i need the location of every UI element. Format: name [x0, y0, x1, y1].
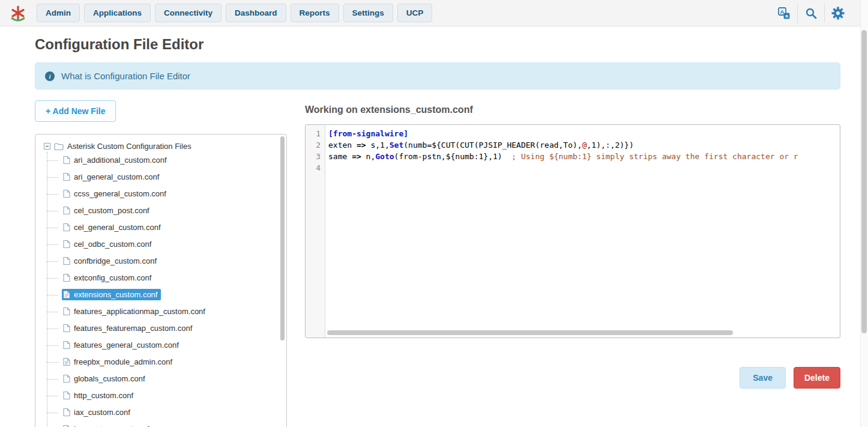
- tree-scrollbar[interactable]: [280, 136, 285, 341]
- tree-file-freepbx_module_admin.conf[interactable]: freepbx_module_admin.conf: [62, 356, 176, 368]
- tree-item: features_featuremap_custom.conf: [62, 320, 278, 337]
- file-icon: [63, 240, 70, 249]
- file-text-icon: [63, 290, 70, 299]
- line-number: 2: [306, 139, 325, 151]
- file-icon: [63, 172, 70, 181]
- file-name: extensions_custom.conf: [74, 290, 157, 299]
- tree-file-ari_additional_custom.conf[interactable]: ari_additional_custom.conf: [62, 154, 170, 166]
- collapse-toggle-icon[interactable]: [44, 143, 50, 150]
- page-scrollbar[interactable]: [860, 0, 868, 427]
- top-navbar: AdminApplicationsConnectivityDashboardRe…: [0, 0, 868, 26]
- file-icon: [63, 223, 70, 232]
- file-name: features_featuremap_custom.conf: [74, 324, 192, 333]
- line-content: [325, 162, 328, 174]
- info-banner[interactable]: i What is Configuration File Editor: [35, 62, 840, 89]
- file-icon: [63, 273, 70, 282]
- tree-file-cel_odbc_custom.conf[interactable]: cel_odbc_custom.conf: [62, 238, 155, 250]
- tree-file-iax_custom.conf[interactable]: iax_custom.conf: [62, 407, 134, 418]
- tree-item: extensions_custom.conf: [62, 286, 278, 303]
- tree-item: ari_general_custom.conf: [62, 169, 278, 186]
- tree-file-ari_general_custom.conf[interactable]: ari_general_custom.conf: [62, 171, 163, 183]
- file-name: cel_custom_post.conf: [74, 206, 149, 215]
- tree-item: iax_custom_post.conf: [62, 421, 278, 427]
- tree-root-folder[interactable]: Asterisk Custom Configuration Files: [44, 141, 278, 152]
- file-name: http_custom.conf: [74, 391, 133, 400]
- add-new-file-button[interactable]: + Add New File: [35, 100, 116, 122]
- line-number: 4: [306, 162, 325, 174]
- freepbx-logo[interactable]: [7, 2, 29, 24]
- nav-item-applications[interactable]: Applications: [84, 4, 151, 22]
- line-number: 3: [306, 151, 325, 162]
- tree-file-http_custom.conf[interactable]: http_custom.conf: [62, 390, 137, 401]
- file-icon: [63, 156, 70, 165]
- navbar-right-icons: A a: [771, 4, 851, 23]
- delete-button[interactable]: Delete: [794, 367, 840, 389]
- folder-icon: [54, 142, 64, 151]
- file-tree-column: + Add New File: [35, 100, 287, 427]
- file-name: features_general_custom.conf: [74, 341, 179, 350]
- file-icon: [63, 408, 70, 417]
- code-line: 1[from-signalwire]: [306, 128, 840, 139]
- nav-item-dashboard[interactable]: Dashboard: [226, 4, 286, 22]
- nav-item-connectivity[interactable]: Connectivity: [155, 4, 222, 22]
- tree-file-confbridge_custom.conf[interactable]: confbridge_custom.conf: [62, 255, 160, 267]
- tree-file-iax_custom_post.conf[interactable]: iax_custom_post.conf: [62, 423, 153, 427]
- line-number: 1: [306, 128, 325, 139]
- tree-item: features_applicationmap_custom.conf: [62, 303, 278, 320]
- page-scrollbar-thumb[interactable]: [861, 30, 867, 333]
- file-name: extconfig_custom.conf: [74, 273, 151, 282]
- code-lines: 1[from-signalwire]2exten => s,1,Set(numb…: [306, 125, 840, 174]
- editor-horizontal-scrollbar[interactable]: [327, 330, 733, 335]
- file-tree-panel: Asterisk Custom Configuration Files ari_…: [35, 134, 287, 427]
- editor-column: Working on extensions_custom.conf 1[from…: [305, 100, 840, 389]
- search-icon[interactable]: [797, 4, 824, 23]
- code-line: 2exten => s,1,Set(numb=${CUT(CUT(PJSIP_H…: [306, 139, 840, 151]
- freepbx-logo-icon: [9, 4, 27, 22]
- main-columns: + Add New File: [35, 100, 840, 427]
- page-content: Configuration File Editor i What is Conf…: [0, 26, 868, 427]
- info-banner-text: What is Configuration File Editor: [61, 71, 190, 81]
- file-icon: [63, 307, 70, 316]
- tree-file-features_featuremap_custom.conf[interactable]: features_featuremap_custom.conf: [62, 323, 196, 334]
- file-name: ari_additional_custom.conf: [74, 156, 167, 165]
- tree-file-cel_custom_post.conf[interactable]: cel_custom_post.conf: [62, 205, 153, 216]
- tree-file-ccss_general_custom.conf[interactable]: ccss_general_custom.conf: [62, 188, 170, 199]
- code-editor[interactable]: 1[from-signalwire]2exten => s,1,Set(numb…: [305, 124, 840, 338]
- line-content: exten => s,1,Set(numb=${CUT(CUT(PJSIP_HE…: [325, 139, 634, 151]
- file-icon: [63, 374, 70, 383]
- line-content: same => n,Goto(from-pstn,${numb:1},1) ; …: [325, 151, 798, 162]
- nav-item-ucp[interactable]: UCP: [397, 4, 433, 22]
- tree-item: http_custom.conf: [62, 387, 278, 404]
- tree-item: cel_general_custom.conf: [62, 219, 278, 236]
- file-name: freepbx_module_admin.conf: [74, 357, 172, 366]
- file-name: iax_custom.conf: [74, 408, 130, 417]
- file-name: ccss_general_custom.conf: [74, 189, 166, 198]
- tree-root-label: Asterisk Custom Configuration Files: [67, 142, 191, 151]
- file-name: globals_custom.conf: [74, 374, 145, 383]
- tree-item: features_general_custom.conf: [62, 337, 278, 354]
- gear-icon[interactable]: [824, 4, 851, 23]
- tree-file-extconfig_custom.conf[interactable]: extconfig_custom.conf: [62, 272, 155, 283]
- file-icon: [63, 341, 70, 350]
- tree-file-globals_custom.conf[interactable]: globals_custom.conf: [62, 373, 149, 384]
- tree-item: freepbx_module_admin.conf: [62, 354, 278, 371]
- file-text-icon: [63, 357, 70, 366]
- file-name: cel_odbc_custom.conf: [74, 240, 151, 249]
- tree-file-cel_general_custom.conf[interactable]: cel_general_custom.conf: [62, 222, 164, 233]
- tree-item: iax_custom.conf: [62, 404, 278, 421]
- tree-file-features_general_custom.conf[interactable]: features_general_custom.conf: [62, 339, 182, 351]
- tree-file-extensions_custom.conf[interactable]: extensions_custom.conf: [62, 289, 161, 300]
- tree-file-features_applicationmap_custom.conf[interactable]: features_applicationmap_custom.conf: [62, 306, 209, 317]
- info-icon: i: [45, 71, 55, 81]
- nav-item-admin[interactable]: Admin: [37, 4, 80, 22]
- save-button[interactable]: Save: [740, 367, 786, 389]
- tree-item: globals_custom.conf: [62, 371, 278, 387]
- file-icon: [63, 391, 70, 400]
- file-name: features_applicationmap_custom.conf: [74, 307, 205, 316]
- language-icon[interactable]: A a: [771, 4, 797, 23]
- main-menu: AdminApplicationsConnectivityDashboardRe…: [37, 4, 432, 22]
- nav-item-settings[interactable]: Settings: [343, 4, 393, 22]
- nav-item-reports[interactable]: Reports: [291, 4, 339, 22]
- tree-item: extconfig_custom.conf: [62, 270, 278, 286]
- tree-item: ari_additional_custom.conf: [62, 152, 278, 169]
